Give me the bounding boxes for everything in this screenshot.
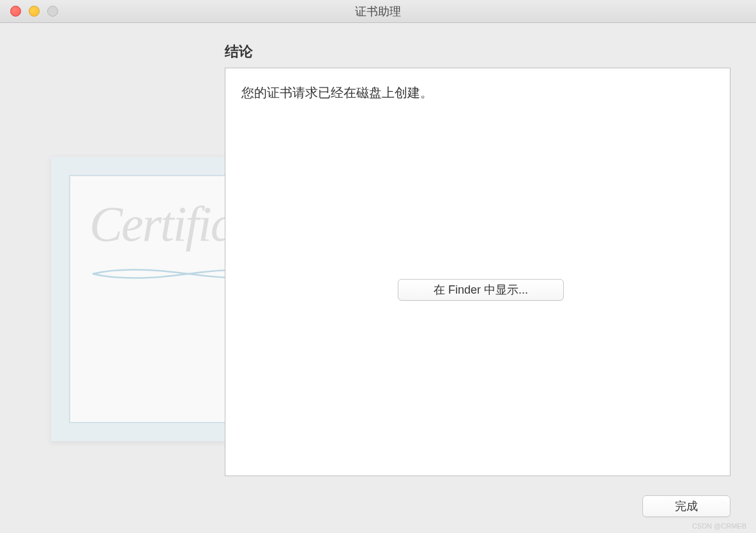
- window-title: 证书助理: [355, 4, 401, 19]
- show-in-finder-button[interactable]: 在 Finder 中显示...: [398, 279, 564, 301]
- minimize-window-button[interactable]: [29, 6, 40, 17]
- traffic-lights: [0, 6, 58, 17]
- content-area: Certificate 结论 您的证书请求已经在磁盘上创建。 在 Finder …: [0, 23, 756, 533]
- watermark-text: CSDN @CRMEB: [692, 522, 746, 530]
- done-button[interactable]: 完成: [642, 495, 730, 517]
- main-panel: 您的证书请求已经在磁盘上创建。 在 Finder 中显示...: [225, 68, 730, 476]
- close-window-button[interactable]: [10, 6, 21, 17]
- titlebar: 证书助理: [0, 0, 756, 23]
- status-message: 您的证书请求已经在磁盘上创建。: [241, 84, 714, 101]
- maximize-window-button: [47, 6, 58, 17]
- page-heading: 结论: [225, 42, 730, 61]
